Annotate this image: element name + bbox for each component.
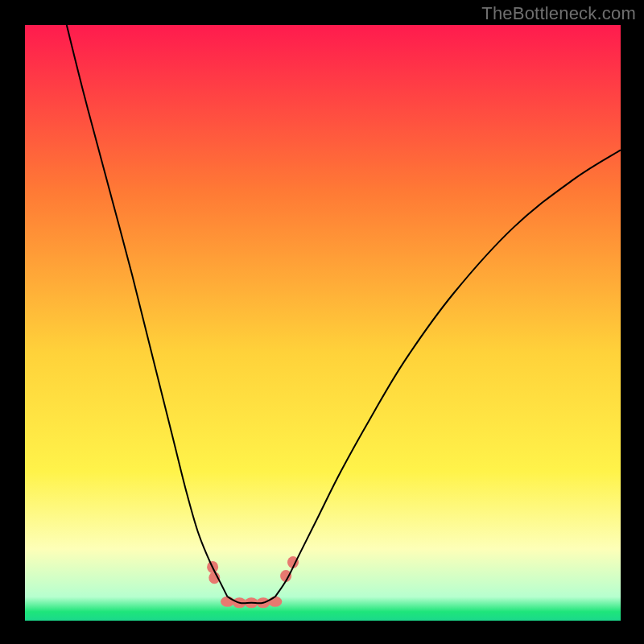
gradient-bg [25,25,621,621]
valley-marker [268,597,282,607]
chart-stage: TheBottleneck.com [0,0,644,644]
chart-svg [25,25,621,621]
watermark-label: TheBottleneck.com [481,3,636,24]
valley-marker [221,597,234,607]
plot-area [24,24,621,621]
